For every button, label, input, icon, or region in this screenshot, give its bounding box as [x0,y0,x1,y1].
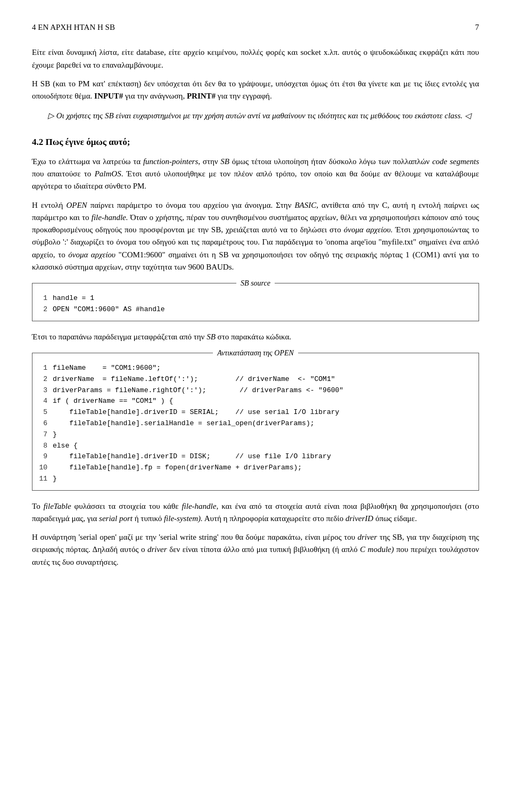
sb-line-1: 1 handle = 1 [38,293,473,304]
sb-source-box: SB source 1 handle = 1 2 OPEN "COM1:9600… [32,283,479,321]
paragraph-7: Η συνάρτηση 'serial open' μαζί με την 's… [32,531,479,569]
paragraph-4: Η εντολή OPEN παίρνει παράμετρο το όνομα… [32,199,479,274]
page-header: 4 EN APXH HTAN H SB 7 [32,21,479,34]
paragraph-2: Η SB (και το PM κατ' επέκταση) δεν υπόσχ… [32,78,479,103]
open-line-1: 1 fileName = "COM1:9600"; [38,363,473,374]
sb-line-2: 2 OPEN "COM1:9600" AS #handle [38,304,473,315]
open-line-4: 4 if ( driverName == "COM1" ) { [38,396,473,407]
header-right: 7 [475,21,480,34]
open-line-9: 9 fileTable[handle].driverID = DISK; // … [38,451,473,462]
open-line-11: 11 } [38,474,473,485]
open-line-2: 2 driverName = fileName.leftOf(':'); // … [38,374,473,385]
subsection-title: 4.2 Πως έγινε όμως αυτό; [32,135,479,149]
paragraph-5: Έτσι το παραπάνω παράδειγμα μεταφράζεται… [32,331,479,343]
open-line-8: 8 else { [38,441,473,452]
paragraph-6: Το fileTable φυλάσσει τα στοιχεία του κά… [32,500,479,525]
open-line-5: 5 fileTable[handle].driverID = SERIAL; /… [38,407,473,418]
open-replacement-box: Αντικατάσταση της OPEN 1 fileName = "COM… [32,353,479,491]
sb-source-title: SB source [32,278,479,289]
paragraph-1: Είτε είναι δυναμική λίστα, είτε database… [32,46,479,71]
open-content: 1 fileName = "COM1:9600"; 2 driverName =… [32,353,479,490]
open-line-6: 6 fileTable[handle].serialHandle = seria… [38,418,473,429]
open-line-10: 10 fileTable[handle].fp = fopen(driverNa… [38,462,473,474]
triangle-note: ▷ Οι χρήστες της SB είναι ευχαριστημένοι… [48,110,479,122]
paragraph-3: Έχω το ελάττωμα να λατρεύω τα function-p… [32,156,479,193]
open-title: Αντικατάσταση της OPEN [32,347,479,359]
open-line-7: 7 } [38,429,473,441]
open-line-3: 3 driverParams = fileName.rightOf(':'); … [38,385,473,396]
header-left: 4 EN APXH HTAN H SB [32,21,115,34]
